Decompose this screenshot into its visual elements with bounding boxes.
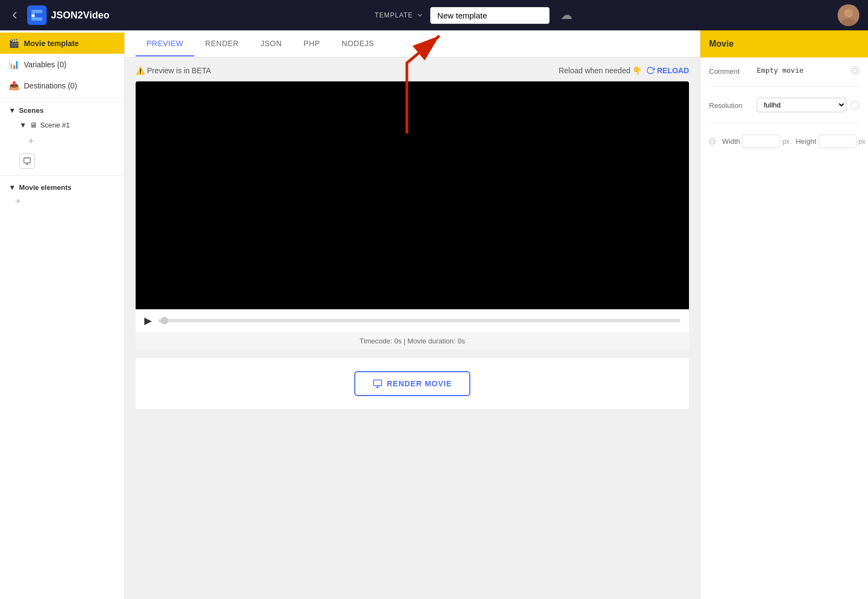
svg-point-4 bbox=[844, 9, 853, 17]
svg-point-13 bbox=[710, 139, 714, 144]
app-name: JSON2Video bbox=[51, 10, 110, 21]
sidebar-item-scene1[interactable]: ▼ 🖥 Scene #1 bbox=[0, 117, 124, 133]
reload-button[interactable]: RELOAD bbox=[646, 66, 689, 75]
link-icon bbox=[710, 139, 715, 144]
width-unit: px bbox=[782, 138, 789, 145]
avatar[interactable] bbox=[838, 4, 859, 26]
reload-notice: Reload when needed 👇 bbox=[559, 66, 642, 75]
center-area: PREVIEW RENDER JSON PHP NODEJS ⚠️ Previe… bbox=[125, 30, 700, 599]
timecode: Timecode: 0s | Movie duration: 0s bbox=[136, 332, 689, 349]
reload-label: RELOAD bbox=[657, 66, 689, 75]
svg-point-12 bbox=[853, 68, 857, 73]
preview-area: ⚠️ Preview is in BETA Reload when needed… bbox=[125, 58, 700, 599]
tab-json[interactable]: JSON bbox=[250, 31, 292, 56]
tabs-bar: PREVIEW RENDER JSON PHP NODEJS bbox=[125, 30, 700, 58]
sidebar-movie-elements-section: ▼ Movie elements bbox=[0, 178, 124, 194]
edit-icon bbox=[852, 68, 858, 73]
sidebar-variables-label: Variables (0) bbox=[24, 60, 66, 69]
tab-nodejs[interactable]: NODEJS bbox=[331, 31, 385, 56]
resolution-info-button[interactable] bbox=[851, 101, 859, 110]
template-label: TEMPLATE bbox=[375, 11, 413, 19]
width-field: Width px bbox=[722, 135, 789, 148]
render-movie-button[interactable]: RENDER MOVIE bbox=[354, 371, 470, 396]
svg-rect-2 bbox=[31, 15, 35, 17]
resolution-label: Resolution bbox=[709, 100, 752, 110]
user-avatar bbox=[838, 4, 859, 26]
scene1-label: Scene #1 bbox=[40, 121, 70, 129]
scene-collapse-icon: ▼ bbox=[20, 121, 27, 129]
resolution-field-row: Resolution fullhd hd sd custom bbox=[709, 98, 859, 112]
add-scene-button[interactable] bbox=[20, 154, 35, 169]
progress-thumb bbox=[161, 317, 168, 324]
sidebar-destinations-label: Destinations (0) bbox=[24, 81, 77, 90]
tab-render[interactable]: RENDER bbox=[194, 31, 250, 56]
main-layout: 🎬 Movie template 📊 Variables (0) 📤 Desti… bbox=[0, 30, 868, 599]
reload-section: Reload when needed 👇 RELOAD bbox=[559, 66, 689, 75]
back-button[interactable] bbox=[9, 9, 21, 21]
template-badge: TEMPLATE bbox=[375, 11, 424, 19]
right-panel-title: Movie bbox=[700, 30, 868, 58]
add-scene-icon bbox=[23, 157, 31, 165]
sidebar-scenes-section: ▼ Scenes bbox=[0, 101, 124, 117]
dimensions-row: Width px Height px bbox=[709, 135, 859, 148]
svg-rect-9 bbox=[373, 380, 381, 386]
sidebar-add-element[interactable]: + bbox=[0, 194, 124, 209]
sidebar-elements-label: Movie elements bbox=[19, 183, 72, 192]
scenes-collapse-icon[interactable]: ▼ bbox=[9, 106, 16, 114]
preview-notice: ⚠️ Preview is in BETA Reload when needed… bbox=[136, 66, 689, 75]
video-screen bbox=[136, 81, 689, 309]
comment-edit-button[interactable] bbox=[851, 66, 859, 75]
comment-field-row: Comment Empty movie bbox=[709, 66, 859, 75]
render-icon bbox=[373, 379, 382, 388]
app-logo: JSON2Video bbox=[27, 5, 110, 25]
elements-collapse-icon[interactable]: ▼ bbox=[9, 183, 16, 192]
sidebar-item-destinations[interactable]: 📤 Destinations (0) bbox=[0, 75, 124, 96]
svg-rect-0 bbox=[27, 5, 47, 25]
width-input[interactable] bbox=[742, 135, 780, 148]
play-button[interactable]: ▶ bbox=[144, 315, 152, 327]
beta-notice: ⚠️ Preview is in BETA bbox=[136, 66, 211, 75]
sidebar-item-variables[interactable]: 📊 Variables (0) bbox=[0, 54, 124, 75]
dropdown-icon bbox=[416, 11, 424, 19]
monitor-icon: 🖥 bbox=[30, 121, 37, 129]
sidebar-item-movie-template[interactable]: 🎬 Movie template bbox=[0, 33, 124, 54]
variables-icon: 📊 bbox=[9, 59, 20, 69]
topbar: JSON2Video TEMPLATE ☁ bbox=[0, 0, 868, 30]
sidebar-scenes-label: Scenes bbox=[19, 106, 44, 114]
video-controls: ▶ bbox=[136, 309, 689, 332]
right-panel-body: Comment Empty movie Resolution fullhd hd… bbox=[700, 58, 868, 157]
tab-preview[interactable]: PREVIEW bbox=[136, 31, 194, 56]
svg-rect-6 bbox=[24, 158, 30, 163]
height-input[interactable] bbox=[819, 135, 857, 148]
progress-bar[interactable] bbox=[158, 319, 680, 322]
comment-label: Comment bbox=[709, 66, 752, 75]
destinations-icon: 📤 bbox=[9, 80, 20, 91]
sidebar-movie-label: Movie template bbox=[24, 39, 79, 48]
sidebar: 🎬 Movie template 📊 Variables (0) 📤 Desti… bbox=[0, 30, 125, 599]
render-btn-label: RENDER MOVIE bbox=[387, 379, 452, 388]
height-field: Height px bbox=[796, 135, 865, 148]
height-unit: px bbox=[859, 138, 866, 145]
sidebar-add-scene-element[interactable]: + bbox=[0, 133, 124, 149]
reload-icon bbox=[646, 66, 655, 75]
video-wrapper: ▶ Timecode: 0s | Movie duration: 0s bbox=[136, 81, 689, 349]
cloud-save-icon[interactable]: ☁ bbox=[560, 8, 572, 22]
resolution-select[interactable]: fullhd hd sd custom bbox=[757, 98, 846, 112]
render-section: RENDER MOVIE bbox=[136, 358, 689, 409]
logo-icon bbox=[27, 5, 47, 25]
template-name-input[interactable] bbox=[430, 7, 550, 24]
height-label: Height bbox=[796, 137, 816, 145]
dimensions-link-toggle[interactable] bbox=[709, 137, 716, 146]
width-label: Width bbox=[722, 137, 740, 145]
tab-php[interactable]: PHP bbox=[293, 31, 331, 56]
film-icon: 🎬 bbox=[9, 38, 20, 48]
right-panel: Movie Comment Empty movie Resolution ful… bbox=[700, 30, 868, 599]
comment-value: Empty movie bbox=[757, 66, 803, 74]
add-scene-row bbox=[0, 149, 124, 173]
